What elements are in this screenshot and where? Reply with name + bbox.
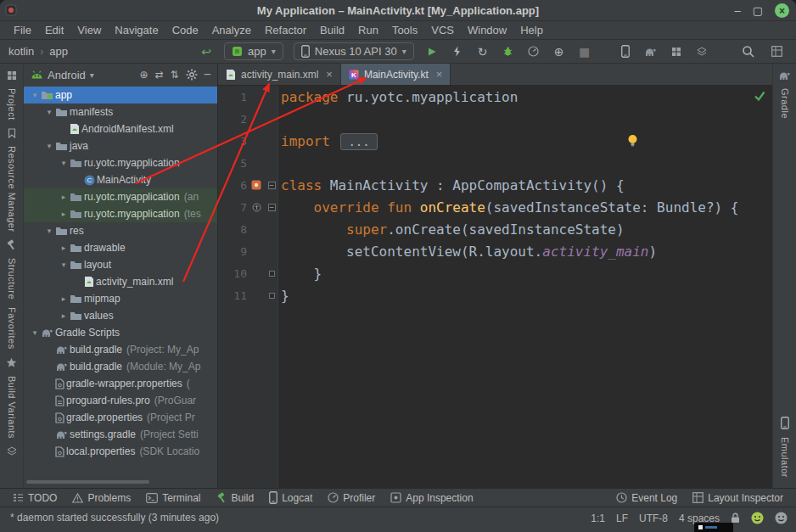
tree-item-build-gradle[interactable]: build.gradle(Project: My_Ap [24,341,217,358]
stripe-structure[interactable]: Structure [7,258,17,300]
attach-debugger-button[interactable]: ⊕ [548,42,570,62]
toolwindow-todo[interactable]: TODO [5,489,64,507]
minimize-button[interactable]: – [734,4,740,17]
collapse-all-button[interactable]: ⇅ [171,69,179,81]
expand-all-button[interactable]: ⇄ [155,69,164,81]
menu-code[interactable]: Code [165,24,205,36]
menu-refactor[interactable]: Refactor [258,24,313,36]
tree-item-mainactivity[interactable]: CMainActivity [24,171,217,188]
tab-activity-main-xml[interactable]: activity_main.xml× [218,64,341,85]
feedback-smiley-icon[interactable] [751,512,764,524]
stripe-resource-manager[interactable]: Resource Manager [7,146,17,232]
chevron-right-icon[interactable]: ▸ [58,311,70,320]
menu-window[interactable]: Window [461,24,513,36]
device-manager-button[interactable] [614,42,636,62]
class-marker-icon[interactable] [247,180,266,190]
menu-vcs[interactable]: VCS [424,24,461,36]
stripe-gradle[interactable]: Gradle [780,88,790,119]
chevron-down-icon[interactable]: ▾ [43,142,55,150]
tree-item-gradle-wrapper-properties[interactable]: gradle-wrapper.properties( [24,375,217,392]
override-marker-icon[interactable] [247,203,266,212]
tree-item-proguard-rules-pro[interactable]: proguard-rules.pro(ProGuar [24,392,217,409]
sdk-manager-button[interactable] [665,42,687,62]
run-config-dropdown[interactable]: app▾ [224,42,283,60]
tree-item-ru-yotc-myapplication[interactable]: ▾ru.yotc.myapplication [24,154,217,171]
toolwindow-profiler[interactable]: Profiler [320,489,383,507]
fold-collapse-icon[interactable]: − [268,182,276,189]
gradle-sync-button[interactable]: ↩ [195,42,217,62]
sync-project-with-gradle-button[interactable] [640,42,662,62]
chevron-down-icon[interactable]: ▾ [43,108,55,116]
device-selector-dropdown[interactable]: Nexus 10 API 30▾ [294,42,414,60]
maximize-button[interactable]: ▢ [753,4,763,17]
tree-item-ru-yotc-myapplication[interactable]: ▸ru.yotc.myapplication(an [24,188,217,205]
tree-item-values[interactable]: ▸values [24,307,217,324]
line-separator[interactable]: LF [616,512,628,524]
menu-navigate[interactable]: Navigate [108,24,165,36]
chevron-down-icon[interactable]: ▾ [58,260,70,269]
fold-collapse-icon[interactable]: − [268,204,276,211]
tree-item-java[interactable]: ▾java [24,137,217,154]
close-button[interactable]: × [775,3,789,18]
tree-item-ru-yotc-myapplication[interactable]: ▸ru.yotc.myapplication(tes [24,205,217,222]
search-everywhere-button[interactable] [737,42,759,62]
breadcrumb-segment-kotlin[interactable]: kotlin [8,45,34,58]
settings-button[interactable] [186,69,198,81]
stripe-favorites[interactable]: Favorites [7,307,17,350]
toolwindow-event-log[interactable]: Event Log [608,489,685,507]
menu-build[interactable]: Build [313,24,351,36]
device-file-explorer-button[interactable] [691,42,713,62]
run-button[interactable] [421,42,443,62]
close-tab-icon[interactable]: × [326,68,333,81]
toolwindow-build[interactable]: Build [209,489,262,507]
menu-help[interactable]: Help [513,24,550,36]
project-horizontal-scrollbar[interactable] [26,480,149,484]
fold-end-icon[interactable] [269,293,275,299]
toolwindow-logcat[interactable]: Logcat [261,489,320,507]
tree-item-gradle-properties[interactable]: gradle.properties(Project Pr [24,409,217,426]
breadcrumb-segment-app[interactable]: app [49,45,68,58]
close-tab-icon[interactable]: × [436,68,443,81]
read-only-lock-icon[interactable] [731,512,740,524]
chevron-down-icon[interactable]: ▾ [58,159,70,167]
chevron-right-icon[interactable]: ▸ [58,294,70,303]
chevron-down-icon[interactable]: ▾ [29,328,41,337]
profile-button[interactable] [523,42,545,62]
stripe-build-variants[interactable]: Build Variants [7,376,17,439]
menu-file[interactable]: File [7,24,38,36]
toolwindow-terminal[interactable]: Terminal [138,489,208,507]
debug-button[interactable] [497,42,519,62]
apply-changes-button[interactable] [446,42,468,62]
tree-item-layout[interactable]: ▾layout [24,256,217,273]
stripe-project[interactable]: Project [7,88,17,120]
caret-position[interactable]: 1:1 [591,512,605,524]
tree-item-mipmap[interactable]: ▸mipmap [24,290,217,307]
project-view-selector[interactable]: Android [48,69,86,81]
tree-item-drawable[interactable]: ▸drawable [24,239,217,256]
chevron-right-icon[interactable]: ▸ [58,193,70,201]
menu-tools[interactable]: Tools [385,24,424,36]
menu-view[interactable]: View [70,24,108,36]
toolwindow-problems[interactable]: Problems [64,489,138,507]
memory-indicator-icon[interactable] [775,512,788,524]
toolwindow-app-inspection[interactable]: App Inspection [383,489,480,507]
folded-imports-region[interactable]: ... [340,133,377,150]
select-opened-file-button[interactable]: ⊕ [140,69,149,81]
menu-run[interactable]: Run [351,24,385,36]
tree-item-gradle-scripts[interactable]: ▾Gradle Scripts [24,324,217,341]
menu-edit[interactable]: Edit [38,24,70,36]
chevron-right-icon[interactable]: ▸ [58,244,70,252]
tree-item-manifests[interactable]: ▾manifests [24,104,217,120]
stop-button[interactable]: ■ [574,42,596,62]
menu-analyze[interactable]: Analyze [205,24,258,36]
tab-mainactivity-kt[interactable]: KMainActivity.kt× [341,64,451,85]
tree-item-local-properties[interactable]: local.properties(SDK Locatio [24,443,217,460]
apply-code-changes-button[interactable]: ↻ [472,42,494,62]
tree-item-activity-main-xml[interactable]: activity_main.xml [24,273,217,290]
chevron-down-icon[interactable]: ▾ [29,91,41,99]
tree-item-app[interactable]: ▾app [24,87,217,104]
tree-item-res[interactable]: ▾res [24,222,217,239]
stripe-emulator[interactable]: Emulator [780,437,790,478]
tree-item-build-gradle[interactable]: build.gradle(Module: My_Ap [24,358,217,375]
chevron-right-icon[interactable]: ▸ [58,210,70,218]
